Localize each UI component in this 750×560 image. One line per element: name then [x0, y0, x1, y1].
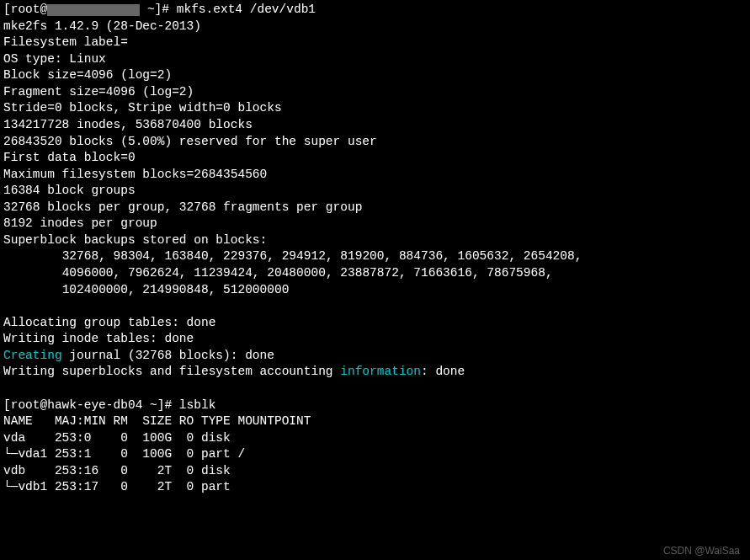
mkfs-ostype: OS type: Linux: [3, 52, 106, 66]
lsblk-row: └─vda1 253:1 0 100G 0 part /: [3, 447, 245, 461]
mkfs-super-pre: Writing superblocks and filesystem accou…: [3, 365, 340, 378]
mkfs-sb-intro: Superblock backups stored on blocks:: [3, 233, 274, 247]
mkfs-maxblocks: Maximum filesystem blocks=2684354560: [3, 168, 267, 181]
lsblk-row: vdb 253:16 0 2T 0 disk: [3, 464, 237, 477]
mkfs-fragsize: Fragment size=4096 (log=2): [3, 85, 194, 99]
mkfs-firstdata: First data block=0: [3, 151, 136, 164]
lsblk-header: NAME MAJ:MIN RM SIZE RO TYPE MOUNTPOINT: [3, 414, 311, 428]
mkfs-pergroup: 32768 blocks per group, 32768 fragments …: [3, 200, 362, 214]
mkfs-reserved: 26843520 blocks (5.00%) reserved for the…: [3, 135, 377, 148]
mkfs-inode-tables: Writing inode tables: done: [3, 332, 399, 345]
mkfs-sb-line1: 32768, 98304, 163840, 229376, 294912, 81…: [3, 249, 589, 263]
mkfs-fslabel: Filesystem label=: [3, 35, 128, 49]
prompt-2: [root@hawk-eye-db04 ~]#: [3, 398, 179, 412]
mkfs-inodes: 134217728 inodes, 536870400 blocks: [3, 118, 253, 131]
mkfs-creating-word: Creating: [3, 349, 62, 362]
lsblk-row: └─vdb1 253:17 0 2T 0 part: [3, 480, 237, 493]
command-lsblk: lsblk: [179, 398, 216, 412]
mkfs-groups: 16384 block groups: [3, 184, 136, 197]
mkfs-stride: Stride=0 blocks, Stripe width=0 blocks: [3, 101, 282, 115]
command-mkfs: mkfs.ext4 /dev/vdb1: [177, 3, 316, 16]
mkfs-journal-rest: journal (32768 blocks): done: [62, 349, 274, 362]
mkfs-blocksize: Block size=4096 (log=2): [3, 68, 172, 82]
host-obscured: [47, 4, 140, 16]
lsblk-row: vda 253:0 0 100G 0 disk: [3, 431, 237, 445]
prompt-1: [root@ ~]#: [3, 3, 177, 16]
mkfs-sb-line2: 4096000, 7962624, 11239424, 20480000, 23…: [3, 266, 560, 280]
mkfs-inodespergroup: 8192 inodes per group: [3, 216, 157, 230]
mkfs-alloc-tables: Allocating group tables: done: [3, 316, 421, 329]
prompt-prefix: [root@: [3, 3, 47, 16]
terminal-output[interactable]: [root@ ~]# mkfs.ext4 /dev/vdb1 mke2fs 1.…: [0, 0, 750, 498]
watermark: CSDN @WaiSaa: [663, 544, 740, 557]
prompt-suffix: ~]#: [140, 3, 177, 16]
mkfs-version: mke2fs 1.42.9 (28-Dec-2013): [3, 19, 201, 33]
mkfs-info-word: information: [340, 365, 421, 378]
mkfs-sb-line3: 102400000, 214990848, 512000000: [3, 283, 289, 296]
mkfs-super-post: : done: [421, 365, 465, 378]
